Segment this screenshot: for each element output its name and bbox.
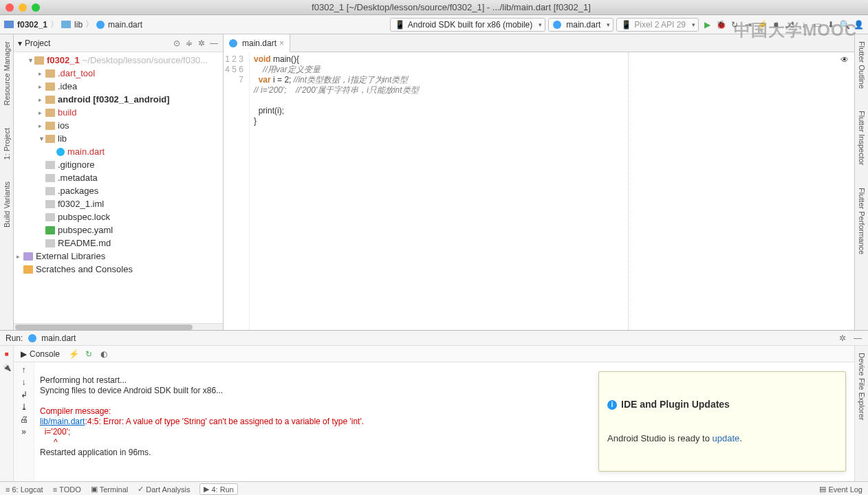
- tree-item[interactable]: ▼lib: [14, 132, 223, 145]
- tree-item[interactable]: .packages: [14, 184, 223, 197]
- tree-item[interactable]: ▸.idea: [14, 80, 223, 93]
- update-link[interactable]: update: [712, 433, 739, 443]
- avd-button[interactable]: ▭: [812, 19, 823, 30]
- minimize-icon[interactable]: [19, 3, 27, 12]
- tree-item[interactable]: pubspec.lock: [14, 210, 223, 223]
- scratches[interactable]: Scratches and Consoles: [14, 263, 223, 276]
- project-tree[interactable]: ▼ f0302_1 ~/Desktop/lesson/source/f030..…: [14, 52, 223, 323]
- tree-item[interactable]: README.md: [14, 236, 223, 250]
- print-icon[interactable]: 🖨: [20, 415, 28, 424]
- flutter-outline-tab[interactable]: Flutter Outline: [858, 37, 866, 93]
- run-panel: Run: main.dart ✲ — ■ 🔌 ▶ Console ⚡ ↻ ◐ ↑…: [0, 330, 868, 481]
- info-icon: i: [607, 400, 617, 410]
- tree-item[interactable]: pubspec.yaml: [14, 223, 223, 236]
- run-hide-icon[interactable]: —: [853, 333, 862, 343]
- tree-item[interactable]: .metadata: [14, 171, 223, 184]
- tree-item[interactable]: f0302_1.iml: [14, 197, 223, 210]
- attach-button[interactable]: ⇥: [743, 19, 754, 30]
- console-output[interactable]: Performing hot restart... Syncing files …: [34, 362, 854, 481]
- scroll-icon[interactable]: ⤓: [21, 402, 28, 412]
- device-file-explorer-tab[interactable]: Device File Explorer: [858, 349, 866, 424]
- run-toolbar: ■ 🔌: [0, 346, 14, 481]
- hot-restart-icon[interactable]: ↻: [83, 349, 94, 360]
- bottom-tool-tabs: ≡ 6: Logcat ≡ TODO ▣ Terminal ✓ Dart Ana…: [0, 481, 868, 495]
- wrap-icon[interactable]: ↲: [21, 390, 28, 399]
- flutter-performance-tab[interactable]: Flutter Performance: [858, 184, 866, 258]
- terminal-tab[interactable]: ▣ Terminal: [91, 485, 129, 494]
- project-tab[interactable]: 1: Project: [3, 124, 11, 164]
- project-panel-header: ▾ Project ⊙ ≑ ✲ —: [14, 34, 223, 52]
- hot-reload-icon[interactable]: ⚡: [68, 349, 79, 360]
- right-tool-strip-2: Device File Explorer: [854, 346, 868, 481]
- build-variants-tab[interactable]: Build Variants: [3, 177, 11, 232]
- logcat-tab[interactable]: ≡ 6: Logcat: [6, 485, 43, 494]
- breadcrumb-file[interactable]: main.dart: [108, 20, 142, 30]
- todo-tab[interactable]: ≡ TODO: [53, 485, 81, 494]
- tree-scrollbar[interactable]: [14, 323, 223, 330]
- device-selector[interactable]: 📱 Android SDK built for x86 (mobile): [390, 18, 545, 32]
- dart-icon: [96, 21, 105, 29]
- breadcrumb-project[interactable]: f0302_1: [17, 20, 47, 30]
- code-editor[interactable]: 1 2 3 4 5 6 7 void main(){ //用var定义变量 va…: [224, 52, 854, 330]
- dart-analysis-tab[interactable]: ✓ Dart Analysis: [138, 485, 190, 494]
- coverage-button[interactable]: ↻: [729, 19, 740, 30]
- line-gutter: 1 2 3 4 5 6 7: [224, 52, 250, 330]
- breadcrumb[interactable]: f0302_1 〉 lib 〉 main.dart: [4, 19, 142, 30]
- tree-item[interactable]: ▸build: [14, 106, 223, 119]
- project-dropdown-icon[interactable]: ▾: [18, 38, 22, 48]
- tree-item[interactable]: main.dart: [14, 145, 223, 158]
- close-tab-icon[interactable]: ×: [279, 38, 284, 48]
- breadcrumb-folder[interactable]: lib: [74, 20, 83, 30]
- git-button[interactable]: ⎇: [784, 19, 795, 30]
- window-controls: [6, 3, 40, 12]
- hot-reload-button[interactable]: ⚡: [757, 19, 768, 30]
- flutter-inspector-tab[interactable]: Flutter Inspector: [858, 107, 866, 169]
- run-config-label: main.dart: [41, 333, 76, 343]
- down-icon[interactable]: ↓: [22, 377, 26, 387]
- tree-root[interactable]: ▼ f0302_1 ~/Desktop/lesson/source/f030..…: [14, 54, 223, 67]
- main-area: Resource Manager 1: Project Build Varian…: [0, 34, 868, 330]
- console-tabs: ▶ Console ⚡ ↻ ◐: [14, 346, 854, 362]
- dart-icon: [28, 334, 36, 342]
- editor-tab-main[interactable]: main.dart ×: [224, 34, 290, 52]
- more-icon[interactable]: »: [21, 427, 26, 437]
- stop-button[interactable]: ■: [2, 349, 12, 358]
- resource-manager-tab[interactable]: Resource Manager: [3, 37, 11, 110]
- run-button[interactable]: ▶: [702, 19, 713, 30]
- inspections-icon[interactable]: 👁: [840, 55, 850, 65]
- run-header: Run: main.dart ✲ —: [0, 331, 868, 346]
- zoom-icon[interactable]: [32, 3, 40, 12]
- debug-button[interactable]: 🐞: [715, 19, 726, 30]
- user-icon[interactable]: 👤: [853, 19, 864, 30]
- external-libraries[interactable]: ▸External Libraries: [14, 250, 223, 263]
- sdk-button[interactable]: ⬇: [825, 19, 836, 30]
- console-tab[interactable]: ▶ Console: [17, 348, 64, 360]
- hide-icon[interactable]: —: [209, 38, 219, 48]
- run-tab[interactable]: ▶ 4: Run: [199, 483, 237, 495]
- code-content[interactable]: void main(){ //用var定义变量 var i = 2; //int…: [250, 52, 854, 330]
- attach-debugger-button[interactable]: 🔌: [2, 362, 12, 372]
- locate-icon[interactable]: ⊙: [172, 38, 182, 48]
- right-tool-strip: Flutter Outline Flutter Inspector Flutte…: [854, 34, 868, 330]
- run-settings-icon[interactable]: ✲: [838, 333, 847, 343]
- open-devtools-icon[interactable]: ◐: [98, 349, 109, 360]
- toolbar: f0302_1 〉 lib 〉 main.dart 📱 Android SDK …: [0, 15, 868, 34]
- search-button[interactable]: 🔍: [839, 19, 850, 30]
- expand-icon[interactable]: ≑: [184, 38, 194, 48]
- run-config-selector[interactable]: main.dart: [548, 18, 614, 32]
- tree-item[interactable]: .gitignore: [14, 158, 223, 171]
- settings-icon[interactable]: ✲: [197, 38, 206, 48]
- tree-item[interactable]: ▸android [f0302_1_android]: [14, 93, 223, 106]
- tree-item[interactable]: ▸ios: [14, 119, 223, 132]
- error-file-link[interactable]: lib/main.dart: [40, 417, 85, 426]
- sync-button[interactable]: ↓: [798, 19, 809, 30]
- emulator-selector[interactable]: 📱 Pixel 2 API 29: [616, 18, 699, 32]
- dart-icon: [229, 39, 237, 47]
- up-icon[interactable]: ↑: [22, 365, 26, 375]
- tree-item[interactable]: ▸.dart_tool: [14, 67, 223, 80]
- project-panel: ▾ Project ⊙ ≑ ✲ — ▼ f0302_1 ~/Desktop/le…: [14, 34, 224, 330]
- close-icon[interactable]: [6, 3, 14, 12]
- stop-button[interactable]: ■: [770, 19, 781, 30]
- event-log-tab[interactable]: ▤ Event Log: [819, 485, 862, 494]
- project-panel-title[interactable]: Project: [25, 38, 169, 48]
